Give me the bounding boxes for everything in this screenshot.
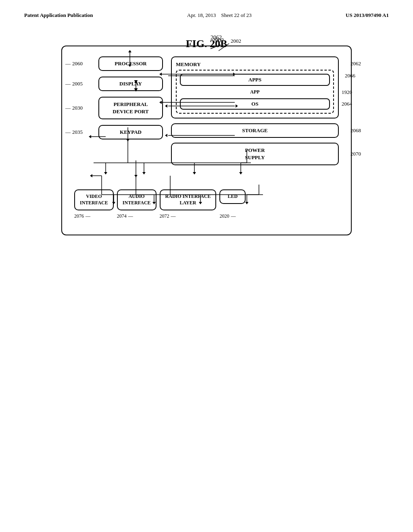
power-row: 2070 POWERSUPPLY xyxy=(171,143,339,165)
video-container: VIDEOINTERFACE 2076 — xyxy=(74,189,114,210)
ref-2002-label: 2002 xyxy=(213,37,224,44)
ref-2068: 2068 xyxy=(350,127,361,134)
led-block: LED xyxy=(219,189,246,204)
app-row: 1920 APP xyxy=(180,88,330,96)
header-center: Apr. 18, 2013 Sheet 22 of 23 xyxy=(187,12,252,19)
storage-block: STORAGE xyxy=(171,123,339,138)
ref-2005: 2005 xyxy=(72,81,83,87)
ref-2030-dash: — xyxy=(65,105,71,111)
apps-block: APPS xyxy=(180,74,330,86)
peripheral-block: PERIPHERALDEVICE PORT xyxy=(98,97,163,119)
processor-block: PROCESSOR xyxy=(98,56,163,71)
ref-2074-arrow: — xyxy=(128,213,133,219)
power-block: POWERSUPPLY xyxy=(171,143,339,165)
outer-box: 2060 — PROCESSOR 2005 — DISPLAY xyxy=(61,46,352,235)
date-label: Apr. 18, 2013 xyxy=(187,12,216,18)
left-column: 2060 — PROCESSOR 2005 — DISPLAY xyxy=(74,56,163,165)
dashed-inner: 2066 APPS 1920 APP 2064 xyxy=(176,70,334,114)
ref-2030: 2030 xyxy=(72,105,83,111)
header-right: US 2013/097490 A1 xyxy=(346,12,389,19)
led-container: LED 2020 — xyxy=(219,189,246,210)
ref-2020: 2020 xyxy=(219,213,229,219)
ref-2062: 2062 xyxy=(350,60,361,67)
keypad-label: KEYPAD xyxy=(120,129,142,135)
ref-2072-arrow: — xyxy=(171,213,176,219)
ref-2005-dash: — xyxy=(65,81,71,87)
memory-container: 2062 MEMORY 2066 APPS xyxy=(171,56,339,118)
memory-block: MEMORY 2066 APPS 1920 APP xyxy=(171,56,339,118)
ref-2066: 2066 xyxy=(345,73,355,79)
ref-2076-arrow: — xyxy=(86,213,90,219)
ref-2060: 2060 xyxy=(72,60,83,67)
ref-2035-dash: — xyxy=(65,129,71,135)
ref-2074: 2074 xyxy=(117,213,127,219)
bottom-row: VIDEOINTERFACE 2076 — AUDIOINTERFACE 207… xyxy=(74,189,339,210)
page: Patent Application Publication Apr. 18, … xyxy=(0,0,413,532)
ref-2035: 2035 xyxy=(72,129,83,135)
ref-2020-arrow: — xyxy=(231,213,236,219)
app-label: APP xyxy=(180,88,330,96)
ref-1920: 1920 xyxy=(342,89,352,96)
patent-number: US 2013/097490 A1 xyxy=(346,12,389,18)
keypad-row: 2035 — KEYPAD xyxy=(98,125,163,139)
sheet-label: Sheet 22 of 23 xyxy=(221,12,251,18)
publication-label: Patent Application Publication xyxy=(24,12,93,18)
audio-container: AUDIOINTERFACE 2074 — xyxy=(117,189,156,210)
right-column: 2062 MEMORY 2066 APPS xyxy=(171,56,339,165)
page-header: Patent Application Publication Apr. 18, … xyxy=(24,12,389,19)
svg-text:2002: 2002 xyxy=(231,38,241,44)
storage-row: 2068 STORAGE xyxy=(171,123,339,138)
ref-2076: 2076 xyxy=(74,213,84,219)
os-row: 2064 OS xyxy=(180,98,330,110)
radio-block: RADIO INTERFACELAYER xyxy=(160,189,217,210)
display-row: 2005 — DISPLAY xyxy=(98,77,163,91)
ref-2060-dash: — xyxy=(65,60,71,67)
header-left: Patent Application Publication xyxy=(24,12,93,19)
memory-title: MEMORY xyxy=(176,61,334,68)
processor-row: 2060 — PROCESSOR xyxy=(98,56,163,71)
video-block: VIDEOINTERFACE xyxy=(74,189,114,210)
processor-label: PROCESSOR xyxy=(115,60,146,66)
ref-2070: 2070 xyxy=(350,151,361,157)
ref-2064: 2064 xyxy=(342,101,352,107)
audio-block: AUDIOINTERFACE xyxy=(117,189,156,210)
os-block: OS xyxy=(180,98,330,110)
diagram-wrapper: 2002 xyxy=(61,35,352,235)
ref-2072: 2072 xyxy=(160,213,169,219)
keypad-block: KEYPAD xyxy=(98,125,163,139)
display-label: DISPLAY xyxy=(119,81,142,87)
peripheral-row: 2030 — PERIPHERALDEVICE PORT xyxy=(98,97,163,119)
display-block: DISPLAY xyxy=(98,77,163,91)
radio-container: RADIO INTERFACELAYER 2072 — xyxy=(160,189,217,210)
diagram-area: 2062 2002 xyxy=(24,35,389,235)
